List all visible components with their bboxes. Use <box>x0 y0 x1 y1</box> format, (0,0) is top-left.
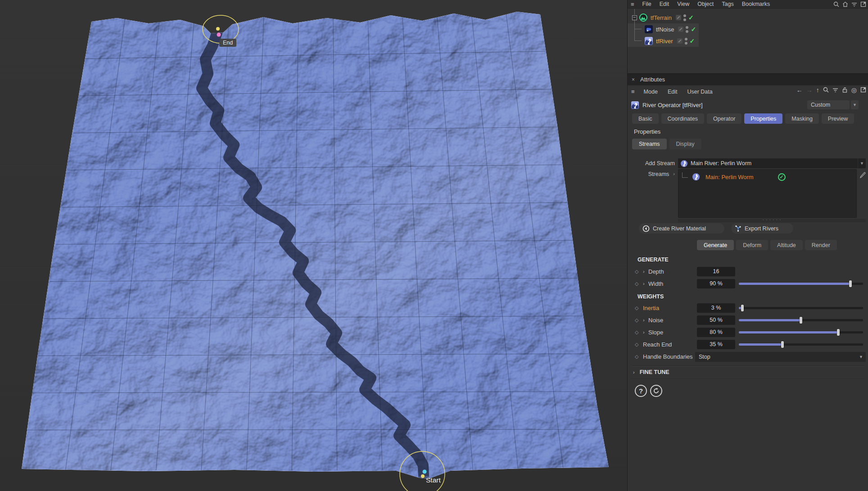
reach-end-slider[interactable] <box>739 340 863 349</box>
expand-chevron-icon[interactable]: › <box>643 269 645 274</box>
pick-pen-icon[interactable] <box>860 172 866 178</box>
start-point-dot[interactable] <box>421 474 425 478</box>
tab-altitude[interactable]: Altitude <box>770 240 803 250</box>
fine-tune-section-header[interactable]: › FINE TUNE <box>633 369 669 375</box>
visibility-dots-icon[interactable] <box>685 38 687 45</box>
create-river-material-button[interactable]: Create River Material <box>639 223 724 234</box>
tree-row-tfriver[interactable]: tfRiver ✓ <box>628 35 868 47</box>
end-point-dot[interactable] <box>216 27 220 31</box>
layer-toggle-icon[interactable] <box>678 27 683 32</box>
preset-dropdown-arrow-icon[interactable]: ▼ <box>851 100 859 109</box>
up-arrow-icon[interactable]: ↑ <box>816 86 819 94</box>
object-name[interactable]: tfRiver <box>656 38 673 45</box>
tab-coordinates[interactable]: Coordinates <box>661 113 704 124</box>
slope-slider[interactable] <box>739 328 863 337</box>
width-value-field[interactable]: 90 % <box>697 279 735 288</box>
dropdown-arrow-icon[interactable]: ▼ <box>858 158 866 168</box>
home-icon[interactable] <box>842 1 848 7</box>
reset-icon[interactable] <box>650 385 662 397</box>
river-operator-icon[interactable] <box>645 37 653 45</box>
tab-operator[interactable]: Operator <box>707 113 741 124</box>
help-icon[interactable]: ? <box>635 385 647 397</box>
noise-operator-icon[interactable]: + <box>645 25 653 33</box>
streams-list[interactable]: Main: Perlin Worm ✓ <box>678 169 857 218</box>
depth-value-field[interactable]: 16 <box>697 267 735 276</box>
viewport-3d[interactable]: End Start <box>0 0 627 491</box>
handle-boundaries-dropdown[interactable]: Stop ▼ <box>695 352 866 362</box>
noise-value-field[interactable]: 50 % <box>697 315 735 325</box>
menu-view[interactable]: View <box>673 1 693 7</box>
stream-list-item[interactable]: Main: Perlin Worm ✓ <box>678 171 856 182</box>
tab-render[interactable]: Render <box>805 240 837 250</box>
preset-dropdown[interactable]: Custom <box>807 100 850 109</box>
subtab-streams[interactable]: Streams <box>632 139 667 149</box>
search-icon[interactable] <box>833 1 839 7</box>
enabled-check-icon[interactable]: ✓ <box>688 14 694 21</box>
terrain-operator-icon[interactable] <box>639 14 647 22</box>
lock-icon[interactable] <box>842 87 848 93</box>
add-stream-dropdown[interactable]: Main River: Perlin Worm ▼ <box>678 158 866 168</box>
menu-user-data[interactable]: User Data <box>682 89 717 95</box>
list-resize-grip[interactable]: · · · · · · <box>678 219 866 222</box>
keyframe-diamond-icon[interactable]: ◇ <box>635 342 638 347</box>
expand-chevron-icon[interactable]: › <box>633 369 635 375</box>
reach-end-value-field[interactable]: 35 % <box>697 340 735 349</box>
inertia-slider[interactable] <box>739 303 863 313</box>
tree-row-tfnoise[interactable]: + tfNoise ✓ <box>628 23 868 35</box>
dropdown-arrow-icon[interactable]: ▼ <box>859 355 863 359</box>
menu-file[interactable]: File <box>638 1 656 7</box>
panel-menu-icon[interactable]: ≡ <box>631 1 634 8</box>
visibility-dots-icon[interactable] <box>686 26 688 33</box>
enabled-check-icon[interactable]: ✓ <box>691 26 696 33</box>
filter-icon[interactable] <box>851 1 857 7</box>
tab-generate[interactable]: Generate <box>697 240 734 250</box>
target-icon[interactable]: ◎ <box>851 86 857 94</box>
keyframe-diamond-icon[interactable]: ◇ <box>635 329 638 335</box>
expand-chevron-icon[interactable]: › <box>643 281 645 286</box>
expand-chevron-icon[interactable]: › <box>643 317 645 323</box>
menu-tags[interactable]: Tags <box>718 1 737 7</box>
new-window-icon[interactable] <box>860 1 866 7</box>
menu-edit[interactable]: Edit <box>656 1 674 7</box>
keyframe-diamond-icon[interactable]: ◇ <box>635 354 638 360</box>
end-handle-dot[interactable] <box>217 33 221 37</box>
inertia-value-field[interactable]: 3 % <box>697 303 735 313</box>
collapse-toggle-icon[interactable]: − <box>632 15 637 20</box>
close-icon[interactable]: × <box>632 77 635 83</box>
subtab-display[interactable]: Display <box>669 139 701 149</box>
tab-deform[interactable]: Deform <box>736 240 768 250</box>
streams-label-row[interactable]: Streams › <box>628 171 675 177</box>
keyframe-diamond-icon[interactable]: ◇ <box>635 269 638 275</box>
panel-menu-icon[interactable]: ≡ <box>631 88 634 95</box>
filter-icon[interactable] <box>832 87 838 93</box>
layer-toggle-icon[interactable] <box>676 15 681 20</box>
tab-basic[interactable]: Basic <box>632 113 659 124</box>
noise-slider[interactable] <box>739 315 863 325</box>
export-rivers-button[interactable]: Export Rivers <box>731 223 793 234</box>
menu-bookmarks[interactable]: Bookmarks <box>738 1 774 7</box>
layer-toggle-icon[interactable] <box>677 38 683 44</box>
new-window-icon[interactable] <box>860 87 866 93</box>
keyframe-diamond-icon[interactable]: ◇ <box>635 281 638 287</box>
menu-edit[interactable]: Edit <box>663 89 683 95</box>
tab-preview[interactable]: Preview <box>822 113 854 124</box>
visibility-dots-icon[interactable] <box>683 14 686 21</box>
keyframe-diamond-icon[interactable]: ◇ <box>635 317 638 323</box>
menu-mode[interactable]: Mode <box>639 89 663 95</box>
start-handle-dot[interactable] <box>423 470 427 474</box>
object-name[interactable]: tfTerrain <box>651 14 672 21</box>
enabled-check-icon[interactable]: ✓ <box>690 37 695 45</box>
tree-row-tfterrain[interactable]: − tfTerrain ✓ <box>628 12 868 23</box>
menu-object[interactable]: Object <box>693 1 718 7</box>
tab-masking[interactable]: Masking <box>785 113 819 124</box>
expand-chevron-icon[interactable]: › <box>643 329 645 335</box>
search-icon[interactable] <box>823 87 829 93</box>
width-slider[interactable] <box>739 279 863 288</box>
expand-chevron-icon[interactable]: › <box>673 171 675 177</box>
slope-value-field[interactable]: 80 % <box>697 328 735 337</box>
object-name[interactable]: tfNoise <box>656 26 674 33</box>
back-arrow-icon[interactable]: ← <box>796 86 803 94</box>
forward-arrow-icon[interactable]: → <box>806 86 813 94</box>
tab-properties[interactable]: Properties <box>744 113 782 124</box>
keyframe-diamond-icon[interactable]: ◇ <box>635 305 638 311</box>
